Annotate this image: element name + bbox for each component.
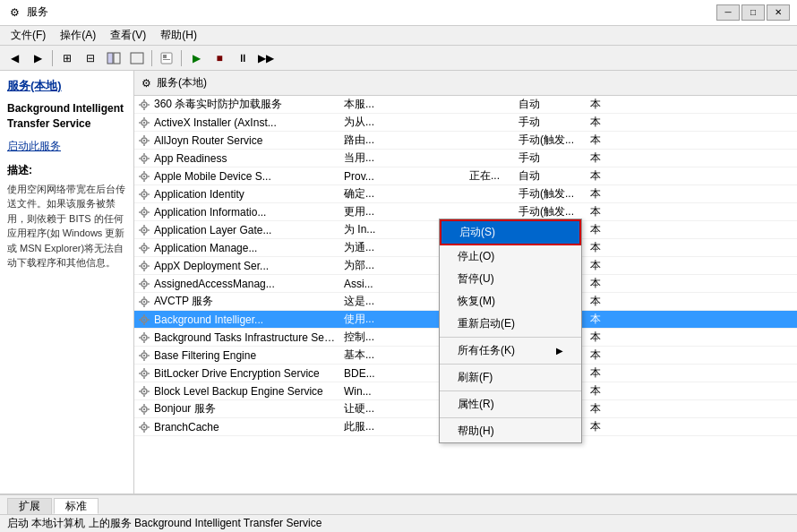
service-icon — [138, 367, 150, 380]
menu-view[interactable]: 查看(V) — [103, 26, 153, 45]
restart-service-button[interactable]: ▶▶ — [255, 48, 277, 68]
maximize-button[interactable]: □ — [741, 4, 765, 21]
context-menu-item[interactable]: 暂停(U) — [440, 268, 581, 290]
service-name-cell: Background Intelliger... — [134, 311, 340, 328]
show-action-pane[interactable] — [126, 48, 148, 68]
svg-rect-27 — [143, 161, 145, 164]
service-name-cell: BranchCache — [134, 418, 340, 435]
svg-rect-53 — [148, 229, 150, 231]
svg-point-31 — [143, 175, 145, 176]
toolbar-separator-1 — [52, 50, 53, 66]
service-login-cell: 本 — [587, 132, 658, 149]
svg-rect-52 — [139, 229, 141, 231]
context-menu: 启动(S)停止(O)暂停(U)恢复(M)重新启动(E)所有任务(K)▶刷新(F)… — [439, 219, 582, 443]
svg-rect-116 — [143, 422, 145, 425]
pause-service-button[interactable]: ⏸ — [232, 48, 253, 68]
context-menu-item[interactable]: 启动(S) — [440, 219, 581, 245]
tab-扩展[interactable]: 扩展 — [7, 498, 52, 514]
svg-rect-83 — [148, 319, 150, 321]
svg-rect-98 — [143, 368, 145, 371]
back-button[interactable]: ◀ — [4, 48, 25, 68]
service-login-cell: 本 — [587, 239, 658, 256]
service-icon — [138, 224, 150, 236]
service-startup-cell: 自动 — [515, 167, 587, 184]
svg-rect-81 — [143, 322, 145, 325]
table-row[interactable]: Apple Mobile Device S...Prov...正在...自动本 — [134, 167, 797, 185]
table-row[interactable]: 360 杀毒实时防护加载服务本服...自动本 — [134, 96, 797, 114]
service-login-cell: 本 — [587, 293, 658, 310]
svg-rect-29 — [148, 158, 150, 159]
svg-point-67 — [143, 282, 145, 284]
svg-rect-50 — [143, 225, 145, 227]
svg-rect-89 — [148, 337, 150, 339]
context-menu-item[interactable]: 重新启动(E) — [440, 313, 581, 335]
minimize-button[interactable]: ─ — [716, 4, 740, 21]
svg-rect-112 — [139, 408, 141, 410]
table-row[interactable]: Application Identity确定...手动(触发...本 — [134, 185, 797, 203]
properties-button[interactable] — [156, 48, 177, 68]
svg-rect-26 — [143, 153, 145, 156]
right-panel-title: 服务(本地) — [157, 75, 207, 90]
show-console-tree[interactable]: ⊞ — [56, 48, 78, 68]
svg-rect-63 — [143, 269, 145, 271]
table-row[interactable]: ActiveX Installer (AxInst...为从...手动本 — [134, 114, 797, 132]
service-icon — [138, 134, 150, 147]
service-name-cell: Bonjour 服务 — [134, 400, 340, 417]
service-desc-cell: 本服... — [340, 96, 466, 113]
context-menu-item[interactable]: 帮助(H) — [440, 420, 581, 442]
service-icon — [138, 206, 150, 219]
svg-rect-76 — [139, 301, 141, 303]
svg-point-19 — [143, 139, 145, 141]
svg-rect-22 — [139, 140, 141, 142]
menu-bar: 文件(F) 操作(A) 查看(V) 帮助(H) — [0, 26, 797, 46]
forward-button[interactable]: ▶ — [27, 48, 48, 68]
svg-rect-21 — [143, 143, 145, 146]
service-icon — [138, 116, 150, 129]
start-service-action[interactable]: 启动此服务 — [7, 139, 126, 154]
svg-rect-70 — [139, 283, 141, 285]
context-menu-item[interactable]: 属性(R) — [440, 393, 581, 416]
context-menu-item[interactable]: 所有任务(K)▶ — [440, 339, 581, 362]
svg-point-91 — [143, 354, 145, 356]
context-menu-item[interactable]: 停止(O) — [440, 245, 581, 268]
svg-rect-17 — [148, 122, 150, 124]
service-name-text: App Readiness — [154, 152, 227, 165]
table-row[interactable]: App Readiness当用...手动本 — [134, 150, 797, 167]
context-menu-item[interactable]: 刷新(F) — [440, 366, 581, 389]
close-button[interactable]: ✕ — [767, 4, 790, 21]
service-icon — [138, 278, 150, 290]
left-panel-title[interactable]: 服务(本地) — [7, 78, 126, 94]
desc-label: 描述: — [7, 163, 126, 178]
stop-service-button[interactable]: ■ — [209, 48, 230, 68]
svg-rect-100 — [139, 373, 141, 374]
context-menu-item[interactable]: 恢复(M) — [440, 290, 581, 313]
service-login-cell: 本 — [587, 365, 658, 382]
start-service-button[interactable]: ▶ — [185, 48, 207, 68]
table-row[interactable]: AllJoyn Router Service路由...手动(触发...本 — [134, 132, 797, 150]
menu-file[interactable]: 文件(F) — [4, 26, 53, 45]
svg-rect-4 — [163, 55, 167, 58]
svg-rect-86 — [143, 332, 145, 335]
svg-rect-106 — [139, 390, 141, 392]
title-bar: ⚙ 服务 ─ □ ✕ — [0, 0, 797, 26]
show-detail[interactable]: ⊟ — [80, 48, 101, 68]
service-status-cell: 正在... — [466, 167, 515, 184]
svg-rect-35 — [148, 176, 150, 177]
service-icon — [138, 403, 150, 416]
svg-rect-8 — [143, 99, 145, 102]
menu-action[interactable]: 操作(A) — [53, 26, 103, 45]
service-startup-cell: 手动 — [515, 114, 587, 131]
menu-help[interactable]: 帮助(H) — [153, 26, 204, 45]
svg-rect-51 — [143, 233, 145, 236]
svg-rect-80 — [143, 314, 145, 317]
svg-rect-65 — [148, 265, 150, 267]
svg-rect-11 — [148, 104, 150, 106]
tab-标准[interactable]: 标准 — [54, 498, 99, 514]
svg-rect-94 — [139, 355, 141, 356]
svg-rect-119 — [148, 426, 150, 428]
svg-rect-118 — [139, 426, 141, 428]
svg-rect-75 — [143, 305, 145, 307]
service-login-cell: 本 — [587, 221, 658, 238]
main-area: 服务(本地) Background Intelligent Transfer S… — [0, 71, 797, 493]
hide-action-pane[interactable] — [103, 48, 124, 68]
